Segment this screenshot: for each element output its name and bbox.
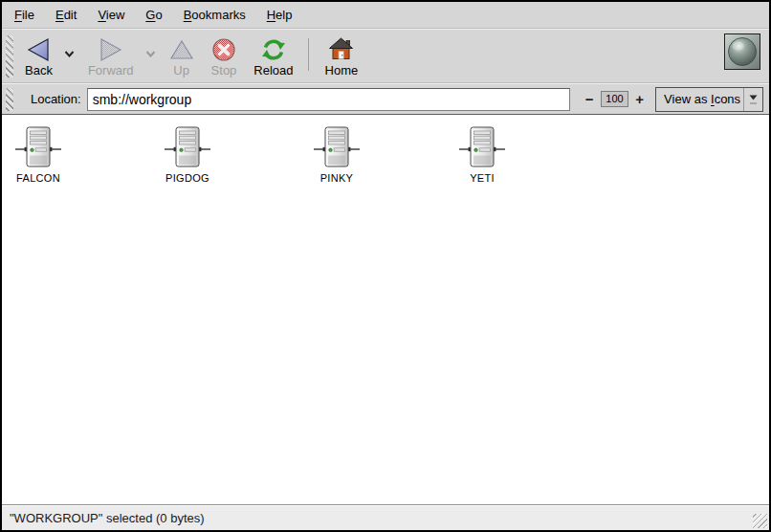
locationbar-drag-handle[interactable]: [6, 88, 13, 111]
menu-file-label: F: [14, 8, 22, 22]
forward-label: Forward: [88, 63, 134, 78]
resize-grip[interactable]: [753, 514, 767, 528]
status-bar: "WORKGROUP" selected (0 bytes): [2, 504, 769, 530]
home-button[interactable]: Home: [318, 33, 366, 80]
location-bar: Location: − 100 + View as Icons: [2, 83, 769, 114]
option-menu-indicator-icon: [743, 88, 762, 111]
location-input[interactable]: [87, 88, 570, 111]
stop-button[interactable]: Stop: [204, 33, 245, 80]
location-label: Location:: [31, 92, 81, 106]
server-label: YETI: [470, 172, 495, 184]
server-icon: [459, 126, 505, 168]
menu-go[interactable]: Go: [135, 3, 172, 27]
icon-view[interactable]: FALCON PIGDOG: [2, 114, 769, 504]
zoom-in-button[interactable]: +: [632, 90, 647, 108]
forward-button[interactable]: Forward: [80, 33, 142, 80]
server-icon: [15, 126, 61, 168]
stop-label: Stop: [211, 63, 237, 78]
view-as-dropdown[interactable]: View as Icons: [655, 87, 763, 112]
menu-bookmarks[interactable]: Bookmarks: [173, 3, 256, 27]
server-item-pinky[interactable]: PINKY: [300, 126, 373, 184]
file-manager-window: File Edit View Go Bookmarks Help Back Fo…: [0, 0, 771, 532]
status-text: "WORKGROUP" selected (0 bytes): [10, 511, 205, 525]
menu-view-label: V: [98, 8, 105, 22]
menu-file[interactable]: File: [4, 3, 45, 27]
server-item-yeti[interactable]: YETI: [446, 126, 518, 184]
menu-help-label: H: [267, 8, 275, 22]
reload-icon: [261, 36, 286, 62]
menu-go-label: G: [145, 8, 155, 22]
forward-history-dropdown[interactable]: [142, 27, 160, 80]
back-icon: [26, 36, 52, 62]
zoom-level-indicator[interactable]: 100: [601, 91, 629, 107]
server-label: FALCON: [16, 172, 60, 184]
reload-label: Reload: [253, 63, 293, 78]
menu-edit[interactable]: Edit: [45, 3, 87, 27]
server-label: PINKY: [320, 172, 354, 184]
toolbar-drag-handle[interactable]: [6, 35, 13, 78]
up-button[interactable]: Up: [162, 33, 202, 80]
up-icon: [169, 36, 194, 62]
server-item-falcon[interactable]: FALCON: [2, 126, 75, 184]
server-icon: [165, 126, 210, 168]
chevron-down-icon: [145, 51, 156, 57]
view-as-label: View as Icons: [656, 92, 743, 106]
server-label: PIGDOG: [165, 172, 209, 184]
menu-help[interactable]: Help: [256, 3, 303, 27]
up-label: Up: [173, 63, 189, 78]
menubar: File Edit View Go Bookmarks Help: [2, 2, 769, 29]
back-button[interactable]: Back: [17, 33, 60, 80]
stop-icon: [211, 36, 236, 62]
server-icon: [314, 126, 360, 168]
zoom-out-button[interactable]: −: [583, 90, 597, 108]
toolbar: Back Forward Up: [2, 29, 769, 83]
throbber-icon: [724, 33, 760, 74]
home-label: Home: [325, 63, 359, 78]
home-icon: [328, 36, 354, 62]
server-item-pigdog[interactable]: PIGDOG: [151, 126, 224, 184]
menu-edit-label: E: [55, 8, 64, 22]
back-history-dropdown[interactable]: [60, 27, 78, 80]
back-label: Back: [25, 63, 53, 78]
toolbar-separator: [308, 38, 309, 71]
forward-icon: [98, 36, 123, 62]
reload-button[interactable]: Reload: [246, 33, 300, 80]
menu-view[interactable]: View: [87, 3, 135, 27]
chevron-down-icon: [64, 51, 75, 57]
